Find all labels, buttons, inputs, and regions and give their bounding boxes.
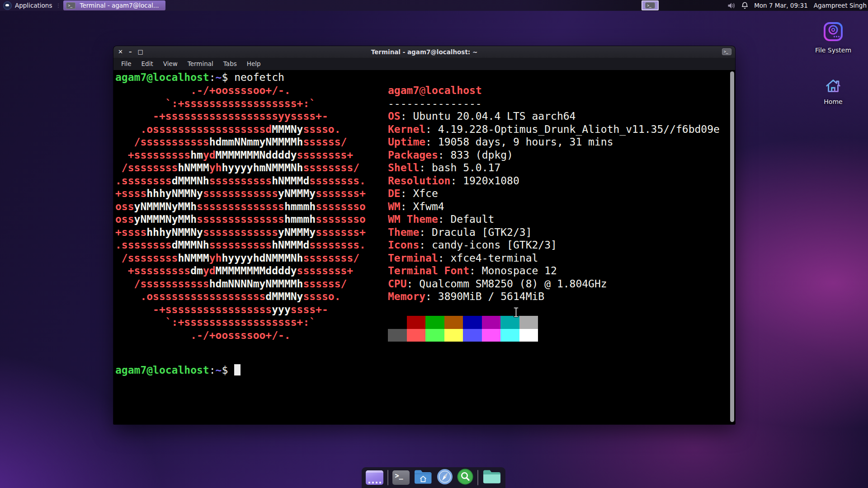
window-title: Terminal - agam7@localhost: ~ — [113, 48, 735, 56]
palette-swatch — [425, 316, 444, 329]
neofetch-info-line: Kernel: 4.19.228-Optimus_Drunk_Alioth_v1… — [388, 123, 720, 136]
panel-user-name[interactable]: Agampreet Singh — [814, 2, 867, 9]
neofetch-info-line: Memory: 3890MiB / 5614MiB — [388, 290, 720, 303]
menu-terminal[interactable]: Terminal — [183, 58, 218, 70]
palette-swatch — [407, 329, 426, 342]
file-system-icon — [822, 21, 844, 42]
neofetch-info-line: WM: Xfwm4 — [388, 200, 720, 213]
menu-help[interactable]: Help — [242, 58, 266, 70]
dock-item-desktop[interactable] — [366, 470, 383, 485]
desktop-taskbar-dots — [368, 482, 381, 483]
palette-swatch — [519, 316, 538, 329]
tray-terminal-button[interactable]: >_ — [642, 0, 659, 10]
palette-swatch — [519, 329, 538, 342]
palette-swatch — [482, 329, 501, 342]
neofetch-info-line: Resolution: 868x488 — [388, 174, 720, 188]
terminal-command-line: agam7@localhost:~$ neofetch — [115, 71, 284, 84]
distro-logo-icon — [3, 1, 12, 10]
palette-row-2 — [388, 329, 720, 342]
palette-swatch — [444, 316, 463, 329]
prompt-path: ~ — [216, 71, 222, 83]
dock: >_ — [362, 467, 505, 488]
applications-label: Applications — [15, 2, 52, 9]
dock-item-app-finder[interactable] — [457, 469, 473, 487]
neofetch-title: agam7@localhost — [388, 84, 720, 97]
desktop-icon-label: Home — [804, 98, 863, 105]
menu-edit[interactable]: Edit — [137, 58, 158, 70]
neofetch-info-line: Packages: 833 (dpkg) — [388, 149, 720, 162]
palette-swatch — [407, 316, 426, 329]
neofetch-info-line: DE: Xfce — [388, 187, 720, 200]
home-icon — [824, 77, 843, 94]
menu-view[interactable]: View — [158, 58, 183, 70]
desktop-icon-file-system[interactable]: File System — [804, 21, 863, 54]
palette-swatch — [482, 316, 501, 329]
palette-swatch — [388, 329, 407, 342]
mouse-cursor-ibeam — [513, 307, 519, 319]
notifications-bell-icon[interactable] — [741, 2, 748, 9]
terminal-prompt: agam7@localhost:~$ — [115, 364, 241, 377]
close-icon[interactable]: ✕ — [118, 46, 123, 58]
neofetch-info-line: OS: Ubuntu 20.04.4 LTS aarch64 — [388, 110, 720, 123]
neofetch-info-line: Terminal Font: Monospace 12 — [388, 264, 720, 277]
window-controls: ✕ – □ — [113, 46, 143, 58]
palette-swatch — [500, 329, 519, 342]
scrollbar-thumb[interactable] — [730, 71, 734, 422]
dock-item-browser[interactable] — [437, 469, 453, 487]
terminal-cursor — [234, 364, 241, 375]
menu-file[interactable]: File — [116, 58, 137, 70]
panel-clock[interactable]: Mon 7 Mar, 09:31 — [754, 2, 808, 9]
minimize-icon[interactable]: – — [129, 46, 132, 58]
dock-item-file-manager[interactable] — [414, 469, 433, 486]
neofetch-info-line: CPU: Qualcomm SM8250 (8) @ 1.804GHz — [388, 277, 720, 291]
dock-item-terminal[interactable]: >_ — [392, 470, 410, 485]
terminal-icon: >_ — [66, 2, 75, 9]
file-manager-icon — [414, 469, 433, 484]
neofetch-info-line: Icons: candy-icons [GTK2/3] — [388, 239, 720, 252]
folder-icon — [482, 469, 501, 484]
prompt-user: agam7@localhost — [115, 71, 209, 83]
applications-menu-button[interactable]: Applications — [0, 0, 56, 11]
neofetch-info-line: Theme: Dracula [GTK2/3] — [388, 226, 720, 239]
desktop-icon-home[interactable]: Home — [804, 77, 863, 105]
tray-terminal-icon: >_ — [645, 2, 655, 9]
dock-separator — [387, 470, 388, 485]
panel-status-area: Mon 7 Mar, 09:31 Agampreet Singh — [727, 2, 868, 9]
browser-compass-icon — [437, 469, 453, 485]
taskbar-window-button[interactable]: >_ Terminal - agam7@local... — [63, 0, 165, 10]
menu-tabs[interactable]: Tabs — [218, 58, 242, 70]
top-panel: Applications ⋮ >_ Terminal - agam7@local… — [0, 0, 868, 11]
desktop-icon-label: File System — [804, 47, 863, 54]
palette-swatch — [463, 329, 482, 342]
palette-swatch — [425, 329, 444, 342]
neofetch-ascii-art: .-/+oossssoo+/-. `:+ssssssssssssssssss+:… — [115, 84, 366, 342]
maximize-icon[interactable]: □ — [137, 46, 143, 58]
volume-icon[interactable] — [727, 2, 736, 9]
palette-swatch — [388, 316, 407, 329]
dock-separator — [477, 470, 478, 485]
taskbar-window-label: Terminal - agam7@local... — [80, 2, 159, 9]
terminal-window: ✕ – □ Terminal - agam7@localhost: ~ >_ F… — [113, 46, 735, 424]
palette-swatch — [463, 316, 482, 329]
neofetch-info: agam7@localhost --------------- OS: Ubun… — [388, 84, 720, 342]
app-finder-icon — [457, 469, 473, 485]
desktop-root: Applications ⋮ >_ Terminal - agam7@local… — [0, 0, 868, 488]
neofetch-info-line: WM Theme: Default — [388, 213, 720, 226]
window-terminal-icon: >_ — [722, 48, 731, 55]
typed-command: neofetch — [234, 71, 284, 83]
neofetch-info-line: Terminal: xfce4-terminal — [388, 252, 720, 265]
window-titlebar[interactable]: ✕ – □ Terminal - agam7@localhost: ~ >_ — [113, 46, 735, 58]
neofetch-info-line: Uptime: 19058 days, 9 hours, 31 mins — [388, 136, 720, 149]
neofetch-underline: --------------- — [388, 97, 720, 110]
menu-bar: FileEditViewTerminalTabsHelp — [113, 58, 735, 70]
panel-handle-icon: ⋮ — [56, 3, 60, 9]
dock-item-folder[interactable] — [482, 469, 501, 486]
terminal-screen[interactable]: agam7@localhost:~$ neofetch .-/+oossssoo… — [113, 70, 735, 424]
palette-swatch — [444, 329, 463, 342]
neofetch-info-line: Shell: bash 5.0.17 — [388, 161, 720, 174]
palette-row-1 — [388, 316, 720, 329]
